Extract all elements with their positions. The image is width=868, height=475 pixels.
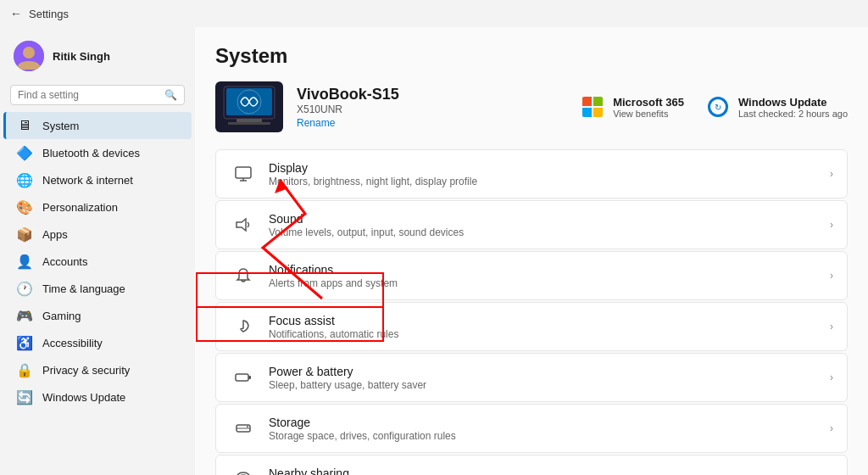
settings-item-storage[interactable]: Storage Storage space, drives, configura… bbox=[215, 404, 848, 453]
nav-label-personalization: Personalization bbox=[42, 201, 118, 214]
sidebar-item-personalization[interactable]: 🎨 Personalization bbox=[3, 193, 192, 221]
nav-icon-apps: 📦 bbox=[17, 226, 32, 242]
sidebar-item-windowsupdate[interactable]: 🔄 Windows Update bbox=[3, 383, 192, 411]
sidebar-item-gaming[interactable]: 🎮 Gaming bbox=[3, 302, 192, 329]
back-button[interactable]: ← bbox=[10, 7, 22, 20]
svg-point-15 bbox=[247, 426, 248, 428]
sidebar-item-accessibility[interactable]: ♿ Accessibility bbox=[3, 329, 192, 356]
nav-icon-privacysecurity: 🔒 bbox=[17, 362, 32, 377]
settings-list: Display Monitors, brightness, night ligh… bbox=[215, 149, 848, 475]
sidebar-nav: 🖥 System 🔷 Bluetooth & devices 🌐 Network… bbox=[0, 112, 195, 411]
wu-subtitle: Last checked: 2 hours ago bbox=[738, 109, 848, 119]
nav-label-accessibility: Accessibility bbox=[42, 337, 103, 349]
settings-subtitle-display: Monitors, brightness, night light, displ… bbox=[269, 176, 830, 187]
ms365-text: Microsoft 365 View benefits bbox=[613, 96, 684, 119]
svg-rect-5 bbox=[236, 119, 262, 122]
svg-rect-7 bbox=[236, 167, 251, 178]
svg-point-1 bbox=[23, 47, 35, 59]
settings-icon-display bbox=[230, 160, 257, 187]
ms365-subtitle: View benefits bbox=[613, 109, 684, 119]
settings-text-storage: Storage Storage space, drives, configura… bbox=[269, 416, 830, 442]
wu-title: Windows Update bbox=[738, 96, 848, 109]
settings-item-focusassist[interactable]: Focus assist Notifications, automatic ru… bbox=[215, 302, 848, 351]
nav-icon-accessibility: ♿ bbox=[17, 335, 32, 350]
settings-item-display[interactable]: Display Monitors, brightness, night ligh… bbox=[215, 149, 848, 198]
device-section: VivoBook-S15 X510UNR Rename bbox=[215, 81, 848, 132]
settings-subtitle-focusassist: Notifications, automatic rules bbox=[269, 328, 830, 340]
ms365-icon bbox=[579, 93, 606, 120]
settings-icon-notifications bbox=[230, 262, 257, 289]
main-layout: Ritik Singh 🔍 🖥 System 🔷 Bluetooth & dev… bbox=[0, 27, 868, 475]
settings-item-sound[interactable]: Sound Volume levels, output, input, soun… bbox=[215, 200, 848, 249]
svg-rect-6 bbox=[228, 122, 270, 125]
search-box[interactable]: 🔍 bbox=[10, 85, 185, 105]
nav-label-accounts: Accounts bbox=[42, 255, 87, 268]
settings-text-focusassist: Focus assist Notifications, automatic ru… bbox=[269, 314, 830, 340]
device-info: VivoBook-S15 X510UNR Rename bbox=[215, 81, 399, 132]
sidebar-item-accounts[interactable]: 👤 Accounts bbox=[3, 248, 192, 275]
title-bar: ← Settings bbox=[0, 0, 868, 27]
sidebar: Ritik Singh 🔍 🖥 System 🔷 Bluetooth & dev… bbox=[0, 27, 195, 475]
title-bar-text: Settings bbox=[29, 8, 69, 20]
settings-icon-nearbysharing bbox=[230, 466, 257, 475]
search-input[interactable] bbox=[18, 89, 159, 101]
wu-quick-action[interactable]: ↻ Windows Update Last checked: 2 hours a… bbox=[704, 93, 848, 120]
device-image bbox=[215, 81, 283, 132]
settings-subtitle-sound: Volume levels, output, input, sound devi… bbox=[269, 226, 830, 238]
nav-icon-network: 🌐 bbox=[17, 172, 32, 187]
settings-subtitle-notifications: Alerts from apps and system bbox=[269, 277, 830, 289]
settings-title-focusassist: Focus assist bbox=[269, 314, 830, 327]
settings-text-display: Display Monitors, brightness, night ligh… bbox=[269, 161, 830, 187]
nav-icon-accounts: 👤 bbox=[17, 254, 32, 269]
nav-icon-personalization: 🎨 bbox=[17, 199, 32, 215]
quick-actions: Microsoft 365 View benefits ↻ Windows Up… bbox=[579, 93, 848, 120]
chevron-icon-storage: › bbox=[830, 422, 833, 434]
settings-subtitle-powerbattery: Sleep, battery usage, battery saver bbox=[269, 379, 830, 391]
settings-item-powerbattery[interactable]: Power & battery Sleep, battery usage, ba… bbox=[215, 353, 848, 402]
sidebar-item-network[interactable]: 🌐 Network & internet bbox=[3, 166, 192, 193]
device-rename-link[interactable]: Rename bbox=[297, 117, 399, 129]
search-icon: 🔍 bbox=[164, 89, 177, 101]
chevron-icon-focusassist: › bbox=[830, 321, 833, 332]
settings-title-display: Display bbox=[269, 161, 830, 175]
device-name: VivoBook-S15 bbox=[297, 86, 399, 103]
svg-marker-10 bbox=[236, 219, 246, 231]
nav-icon-system: 🖥 bbox=[17, 118, 32, 133]
settings-text-powerbattery: Power & battery Sleep, battery usage, ba… bbox=[269, 365, 830, 391]
wu-icon: ↻ bbox=[704, 93, 732, 120]
settings-icon-focusassist bbox=[230, 313, 257, 340]
nav-label-bluetooth: Bluetooth & devices bbox=[42, 147, 140, 159]
user-name: Ritik Singh bbox=[53, 50, 110, 63]
nav-icon-timelanguage: 🕐 bbox=[17, 281, 32, 296]
device-model: X510UNR bbox=[297, 103, 399, 115]
sidebar-item-bluetooth[interactable]: 🔷 Bluetooth & devices bbox=[3, 139, 192, 166]
ms365-title: Microsoft 365 bbox=[613, 96, 684, 109]
sidebar-item-apps[interactable]: 📦 Apps bbox=[3, 221, 192, 248]
settings-item-nearbysharing[interactable]: Nearby sharing Discoverability, received… bbox=[215, 455, 848, 475]
content-area: System VivoBook-S15 bbox=[195, 27, 868, 475]
settings-title-notifications: Notifications bbox=[269, 263, 830, 277]
sidebar-item-system[interactable]: 🖥 System bbox=[3, 112, 192, 139]
settings-text-notifications: Notifications Alerts from apps and syste… bbox=[269, 263, 830, 289]
nav-label-windowsupdate: Windows Update bbox=[42, 391, 125, 404]
wu-text: Windows Update Last checked: 2 hours ago bbox=[738, 96, 848, 119]
device-details: VivoBook-S15 X510UNR Rename bbox=[297, 86, 399, 129]
page-title: System bbox=[215, 44, 848, 68]
chevron-icon-sound: › bbox=[830, 219, 833, 231]
settings-item-notifications[interactable]: Notifications Alerts from apps and syste… bbox=[215, 251, 848, 300]
settings-icon-storage bbox=[230, 415, 257, 442]
settings-icon-powerbattery bbox=[230, 364, 257, 391]
sidebar-item-timelanguage[interactable]: 🕐 Time & language bbox=[3, 275, 192, 302]
chevron-icon-powerbattery: › bbox=[830, 372, 833, 383]
nav-label-network: Network & internet bbox=[42, 174, 133, 187]
settings-subtitle-storage: Storage space, drives, configuration rul… bbox=[269, 430, 830, 442]
settings-title-storage: Storage bbox=[269, 416, 830, 429]
settings-title-sound: Sound bbox=[269, 212, 830, 226]
settings-text-nearbysharing: Nearby sharing Discoverability, received… bbox=[269, 467, 830, 476]
svg-rect-12 bbox=[248, 376, 251, 379]
avatar[interactable] bbox=[14, 41, 44, 71]
settings-text-sound: Sound Volume levels, output, input, soun… bbox=[269, 212, 830, 238]
ms365-quick-action[interactable]: Microsoft 365 View benefits bbox=[579, 93, 684, 120]
user-section: Ritik Singh bbox=[0, 34, 195, 81]
sidebar-item-privacysecurity[interactable]: 🔒 Privacy & security bbox=[3, 356, 192, 383]
